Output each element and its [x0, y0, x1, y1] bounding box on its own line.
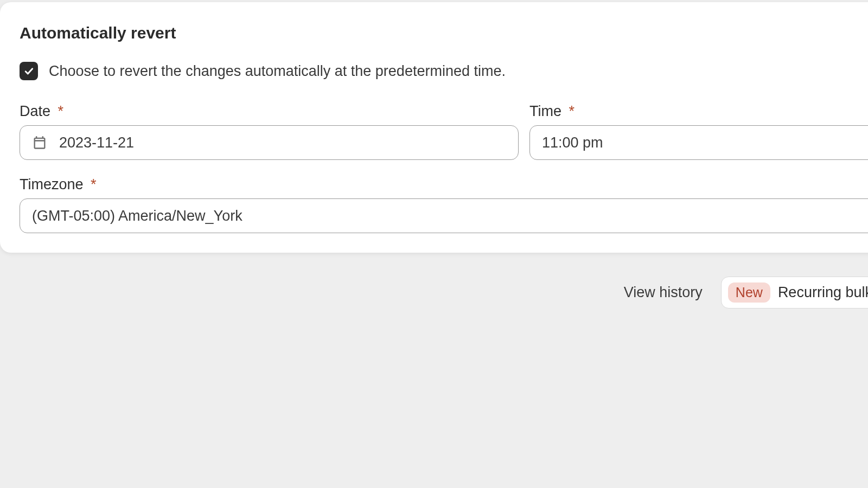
time-input[interactable]: 11:00 pm [529, 125, 868, 160]
time-label-text: Time [529, 103, 561, 119]
required-mark: * [569, 103, 575, 119]
card-title: Automatically revert [20, 24, 868, 42]
timezone-input[interactable]: (GMT-05:00) America/New_York [20, 198, 868, 233]
calendar-icon [32, 135, 47, 150]
recurring-bulk-edit-button[interactable]: New Recurring bulk edit [721, 277, 868, 309]
new-badge: New [728, 282, 770, 303]
date-label: Date * [20, 103, 519, 120]
timezone-label-text: Timezone [20, 176, 84, 192]
timezone-label: Timezone * [20, 176, 868, 193]
date-value: 2023-11-21 [59, 134, 134, 151]
date-input[interactable]: 2023-11-21 [20, 125, 519, 160]
timezone-value: (GMT-05:00) America/New_York [32, 208, 242, 224]
checkbox-row: Choose to revert the changes automatical… [20, 62, 868, 80]
check-icon [23, 66, 34, 76]
timezone-field: Timezone * (GMT-05:00) America/New_York [20, 176, 868, 233]
footer-actions: View history New Recurring bulk edit [0, 253, 868, 309]
auto-revert-checkbox[interactable] [20, 62, 38, 80]
required-mark: * [58, 103, 64, 119]
auto-revert-card: Automatically revert Choose to revert th… [0, 2, 868, 253]
recurring-label: Recurring bulk edit [778, 284, 868, 301]
view-history-button[interactable]: View history [624, 284, 703, 301]
time-field: Time * 11:00 pm [529, 103, 868, 160]
required-mark: * [91, 176, 97, 192]
date-field: Date * 2023-11-21 [20, 103, 519, 160]
date-label-text: Date [20, 103, 50, 119]
time-label: Time * [529, 103, 868, 120]
time-value: 11:00 pm [542, 134, 603, 151]
checkbox-label: Choose to revert the changes automatical… [49, 63, 506, 80]
